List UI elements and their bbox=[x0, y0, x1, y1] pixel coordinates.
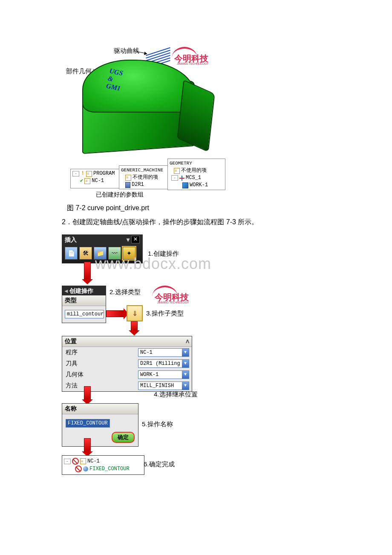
tool-icon bbox=[125, 182, 130, 188]
create-operation-panel: ◂创建操作 类型 mill_contour bbox=[62, 286, 106, 323]
tree-nc1: NC-1 bbox=[87, 457, 100, 465]
tree-machine-box: GENERIC_MACHINE 不使用的项 D2R1 bbox=[119, 165, 169, 189]
insert-title: 插入 bbox=[65, 235, 77, 244]
figure-7-3-flow: www.bdocx.com 今明科技 JINMING TECHNOLOGY 插入… bbox=[62, 234, 334, 546]
create-operation-button[interactable]: ✦ bbox=[123, 247, 135, 260]
folder-icon bbox=[86, 171, 92, 177]
geometry-label: 几何体 bbox=[62, 371, 138, 379]
ok-button[interactable]: 确定 bbox=[112, 432, 135, 443]
operation-subtype-icon[interactable]: ⇓ bbox=[127, 305, 143, 321]
step-2-label: 2.选择类型 bbox=[110, 288, 141, 296]
annotation-part-geometry: 部件几何 bbox=[66, 67, 92, 75]
program-label: 程序 bbox=[62, 349, 138, 356]
result-tree: -NC-1 FIXED_CONTOUR bbox=[62, 455, 144, 475]
chevron-down-icon: ▼ bbox=[182, 382, 189, 390]
name-header: 名称 bbox=[62, 404, 138, 414]
position-header: 位置 bbox=[65, 338, 77, 345]
step-5-label: 5.操作名称 bbox=[142, 420, 173, 428]
tree-geometry-box: GEOMETRY 不使用的项 -MCS_1 WORK-1 bbox=[167, 159, 225, 190]
toolbar-button-1[interactable]: 📄 bbox=[65, 247, 78, 260]
chevron-down-icon: ▼ bbox=[182, 349, 189, 356]
chevron-down-icon: ▼ bbox=[182, 371, 189, 379]
step-1-label: 1.创建操作 bbox=[148, 250, 179, 258]
step-6-label: 6.确定完成 bbox=[144, 460, 175, 468]
mill-op-icon bbox=[83, 466, 88, 471]
folder-icon bbox=[80, 458, 86, 464]
name-panel: 名称 FIXED_CONTOUR 确定 bbox=[62, 403, 138, 447]
figure-subcaption: 已创建好的参数组 bbox=[96, 191, 144, 199]
type-section-header: 类型 bbox=[62, 295, 106, 306]
name-input[interactable]: FIXED_CONTOUR bbox=[66, 419, 110, 428]
step-3-label: 3.操作子类型 bbox=[146, 309, 184, 318]
workpiece-icon bbox=[182, 182, 188, 188]
flow-arrow-2 bbox=[106, 310, 124, 317]
flow-arrow-3 bbox=[131, 321, 138, 331]
prohibit-icon bbox=[72, 458, 79, 465]
prohibit-icon bbox=[75, 465, 82, 472]
step-4-label: 4.选择继承位置 bbox=[154, 390, 198, 399]
mcs-icon bbox=[179, 176, 184, 181]
tool-label: 刀具 bbox=[62, 360, 138, 367]
type-input[interactable]: mill_contour bbox=[65, 310, 104, 318]
toolbar-button-2[interactable]: 🛠 bbox=[79, 247, 92, 260]
method-label: 方法 bbox=[62, 382, 138, 390]
body-paragraph: 2．创建固定轴曲线/点驱动操作，操作的步骤如流程图 7-3 所示。 bbox=[62, 218, 334, 227]
close-icon[interactable]: ✕ bbox=[131, 236, 140, 243]
folder-icon bbox=[174, 168, 180, 174]
method-select[interactable]: MILL_FINISH▼ bbox=[138, 382, 189, 390]
folder-icon bbox=[125, 175, 131, 181]
figure-7-2: 驱动曲线 部件几何 今明科技 JINMING TECHNOLOGY UGS & … bbox=[62, 43, 334, 200]
toolbar-button-3[interactable]: 📁 bbox=[94, 247, 107, 260]
flow-arrow-5 bbox=[84, 438, 91, 452]
program-select[interactable]: NC-1▼ bbox=[138, 348, 189, 357]
chevron-down-icon: ▼ bbox=[182, 360, 189, 367]
flow-arrow-4 bbox=[84, 386, 91, 400]
tree-fixed-contour: FIXED_CONTOUR bbox=[89, 465, 130, 473]
folder-icon bbox=[84, 178, 90, 184]
figure-caption: 图 7-2 curve point_drive.prt bbox=[67, 204, 334, 213]
geometry-select[interactable]: WORK-1▼ bbox=[138, 370, 189, 379]
toolbar-button-4[interactable]: 〰 bbox=[108, 247, 121, 260]
flow-arrow-1 bbox=[84, 262, 91, 280]
tree-program-box: -!PROGRAM ✔NC-1 bbox=[70, 169, 121, 188]
insert-toolbar: 插入 ▾✕ 📄 🛠 📁 〰 ✦ bbox=[62, 234, 143, 263]
position-panel: 位置ʌ 程序NC-1▼ 刀具D2R1 (Milling▼ 几何体WORK-1▼ … bbox=[62, 336, 192, 392]
tool-select[interactable]: D2R1 (Milling▼ bbox=[138, 359, 189, 368]
create-operation-title: 创建操作 bbox=[69, 286, 93, 295]
